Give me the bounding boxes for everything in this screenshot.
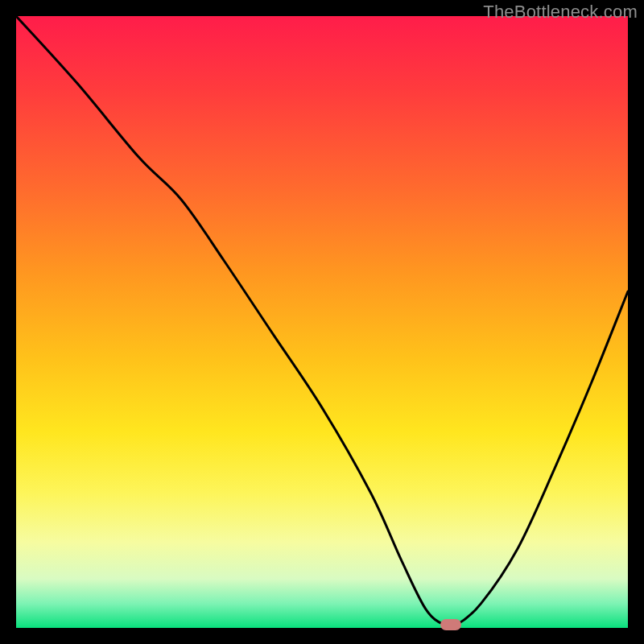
plot-area <box>16 16 628 628</box>
watermark-text: TheBottleneck.com <box>483 2 638 23</box>
optimal-marker <box>440 619 461 630</box>
bottleneck-curve <box>16 16 628 628</box>
chart-frame: TheBottleneck.com <box>0 0 644 644</box>
